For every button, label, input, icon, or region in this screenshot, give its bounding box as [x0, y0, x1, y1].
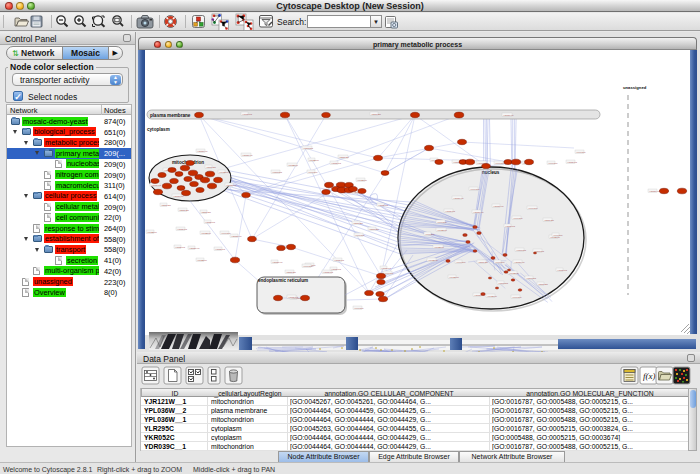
- svg-text:YMR105C: YMR105C: [272, 171, 283, 173]
- svg-text:YGR240C: YGR240C: [505, 225, 515, 227]
- svg-text:unassigned: unassigned: [623, 85, 647, 90]
- svg-text:YPL220W: YPL220W: [309, 159, 320, 161]
- svg-text:YOR374W: YOR374W: [473, 211, 484, 213]
- svg-text:YPL220W: YPL220W: [357, 179, 368, 181]
- svg-text:YLL045W: YLL045W: [513, 217, 524, 219]
- svg-text:YOR374W: YOR374W: [231, 235, 242, 237]
- svg-text:YMR105C: YMR105C: [516, 249, 527, 251]
- svg-text:YPL220W: YPL220W: [437, 229, 448, 231]
- svg-text:YDR342R: YDR342R: [339, 156, 349, 158]
- svg-text:YGR240C: YGR240C: [331, 162, 341, 164]
- svg-text:YGR240C: YGR240C: [334, 259, 344, 261]
- svg-text:YGR240C: YGR240C: [378, 204, 388, 206]
- svg-text:YDR342R: YDR342R: [161, 204, 171, 206]
- svg-text:YLL045W: YLL045W: [384, 272, 395, 274]
- svg-text:YPL220W: YPL220W: [487, 295, 498, 297]
- svg-text:YOR374W: YOR374W: [226, 184, 237, 186]
- svg-text:YOR374W: YOR374W: [197, 150, 208, 152]
- svg-text:YOR374W: YOR374W: [242, 154, 253, 156]
- svg-text:YLL045W: YLL045W: [512, 296, 523, 298]
- svg-text:YOR374W: YOR374W: [649, 190, 660, 192]
- svg-text:YGR240C: YGR240C: [151, 184, 161, 186]
- svg-text:YLL045W: YLL045W: [303, 265, 314, 267]
- svg-text:YLL045W: YLL045W: [495, 261, 506, 263]
- svg-text:YGR240C: YGR240C: [205, 221, 215, 223]
- svg-text:YMR105C: YMR105C: [526, 277, 537, 279]
- svg-text:YGR240C: YGR240C: [567, 161, 577, 163]
- svg-text:YDR342R: YDR342R: [179, 209, 189, 211]
- svg-text:YPL220W: YPL220W: [509, 272, 520, 274]
- svg-text:YDR342R: YDR342R: [369, 228, 379, 230]
- svg-text:f(x): f(x): [643, 371, 656, 381]
- svg-text:YGR240C: YGR240C: [557, 269, 567, 271]
- svg-text:YLL045W: YLL045W: [425, 233, 436, 235]
- svg-text:YLL045W: YLL045W: [576, 151, 587, 153]
- svg-text:YLL045W: YLL045W: [548, 162, 559, 164]
- svg-text:YPL220W: YPL220W: [428, 259, 439, 261]
- svg-text:YLL045W: YLL045W: [221, 232, 232, 234]
- svg-text:YDR342R: YDR342R: [286, 271, 296, 273]
- svg-text:YLL045W: YLL045W: [553, 234, 564, 236]
- svg-text:YGR240C: YGR240C: [381, 267, 391, 269]
- svg-text:YGR240C: YGR240C: [323, 271, 333, 273]
- svg-text:YOR374W: YOR374W: [493, 205, 504, 207]
- svg-text:YGR240C: YGR240C: [242, 113, 252, 115]
- svg-text:YLL045W: YLL045W: [437, 221, 448, 223]
- svg-text:YLL045W: YLL045W: [308, 171, 319, 173]
- svg-text:YPL220W: YPL220W: [434, 246, 445, 248]
- svg-text:endoplasmic reticulum: endoplasmic reticulum: [258, 278, 308, 283]
- svg-text:YOR374W: YOR374W: [189, 247, 200, 249]
- svg-text:YDR342R: YDR342R: [206, 166, 216, 168]
- svg-text:YGR240C: YGR240C: [288, 296, 298, 298]
- svg-text:YPL220W: YPL220W: [197, 259, 208, 261]
- svg-text:YLL045W: YLL045W: [354, 307, 365, 309]
- svg-text:YOR374W: YOR374W: [503, 114, 514, 116]
- svg-text:YPL220W: YPL220W: [288, 164, 299, 166]
- svg-text:YLL045W: YLL045W: [355, 234, 366, 236]
- svg-text:YGR240C: YGR240C: [177, 228, 187, 230]
- svg-text:YGR240C: YGR240C: [331, 268, 341, 270]
- svg-text:YMR105C: YMR105C: [534, 250, 545, 252]
- svg-text:YLL045W: YLL045W: [528, 207, 539, 209]
- svg-text:YPL220W: YPL220W: [147, 231, 158, 233]
- svg-text:YDR342R: YDR342R: [371, 113, 381, 115]
- svg-text:YOR374W: YOR374W: [453, 197, 464, 199]
- svg-text:YLL045W: YLL045W: [456, 261, 467, 263]
- svg-text:YPL220W: YPL220W: [219, 171, 230, 173]
- svg-text:YGR240C: YGR240C: [175, 246, 185, 248]
- svg-text:YGR240C: YGR240C: [445, 210, 455, 212]
- svg-text:YOR374W: YOR374W: [272, 261, 283, 263]
- svg-text:plasma membrane: plasma membrane: [150, 113, 191, 118]
- svg-text:YDR342R: YDR342R: [353, 222, 363, 224]
- svg-text:YOR374W: YOR374W: [514, 261, 525, 263]
- svg-text:YLL045W: YLL045W: [470, 188, 481, 190]
- svg-text:YPL220W: YPL220W: [201, 232, 212, 234]
- svg-text:YDR342R: YDR342R: [478, 261, 488, 263]
- svg-text:cytoplasm: cytoplasm: [147, 127, 170, 132]
- svg-text:YMR105C: YMR105C: [498, 282, 509, 284]
- svg-text:YDR342R: YDR342R: [201, 211, 211, 213]
- svg-text:YGR240C: YGR240C: [215, 248, 225, 250]
- svg-text:YDR342R: YDR342R: [544, 219, 554, 221]
- svg-text:YMR105C: YMR105C: [303, 147, 314, 149]
- svg-text:YDR342R: YDR342R: [538, 283, 548, 285]
- svg-text:YPL220W: YPL220W: [449, 276, 460, 278]
